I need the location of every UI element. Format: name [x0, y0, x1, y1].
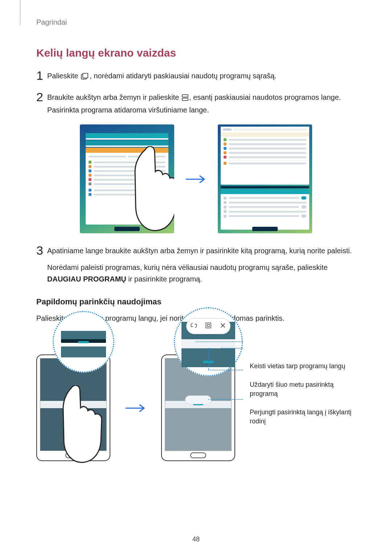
- subsection-title: Papildomų parinkčių naudojimas: [36, 297, 356, 307]
- step-number: 2: [36, 91, 47, 103]
- options-popup: [186, 318, 230, 334]
- home-button-icon: [190, 452, 206, 458]
- figure-extra-options: Keisti vietas tarp programų langų Uždary…: [36, 333, 356, 461]
- step-number: 1: [36, 69, 47, 82]
- close-icon: [219, 322, 226, 331]
- figure-split-view: [36, 124, 356, 233]
- step-body: Palieskite , norėdami atidaryti paskiaus…: [47, 69, 356, 83]
- margin-rule: [20, 0, 20, 25]
- step-2: 2 Braukite aukštyn arba žemyn ir paliesk…: [36, 91, 356, 116]
- step-body: Braukite aukštyn arba žemyn ir palieskit…: [47, 91, 356, 116]
- step-text-after: , norėdami atidaryti paskiausiai naudotų…: [90, 72, 277, 80]
- step3-para2-before: Norėdami paleisti programas, kurių nėra …: [47, 263, 328, 271]
- svg-rect-5: [207, 324, 209, 327]
- callout-swap: Keisti vietas tarp programų langų: [250, 362, 356, 371]
- popup-window-icon: [205, 322, 212, 331]
- callouts: Keisti vietas tarp programų langų Uždary…: [250, 359, 356, 435]
- step-text-before: Braukite aukštyn arba žemyn ir palieskit…: [47, 93, 181, 101]
- arrow-right-icon: [185, 171, 207, 187]
- leader-line: [221, 348, 243, 349]
- step3-para1: Apatiniame lange braukite aukštyn arba ž…: [47, 245, 356, 257]
- zoom-circle-left: [53, 311, 114, 373]
- finger-tap-icon: [58, 385, 105, 465]
- callout-popup: Perjungti pasirinktą langą į iškylantį r…: [250, 408, 356, 426]
- tablet-right-wrap: [161, 333, 235, 461]
- callout-close: Uždaryti šiuo metu pasirinktą programą: [250, 380, 356, 398]
- leader-line: [196, 341, 243, 342]
- step-number: 3: [36, 244, 47, 257]
- leader-line: [208, 399, 243, 400]
- tablet-left-wrap: [36, 333, 110, 461]
- step-body: Apatiniame lange braukite aukštyn arba ž…: [47, 244, 356, 285]
- step3-para2-after: ir pasirinkite programą.: [128, 275, 202, 283]
- leader-line: [208, 370, 243, 370]
- swap-windows-icon: [190, 322, 197, 331]
- step3-para2: Norėdami paleisti programas, kurių nėra …: [47, 262, 356, 285]
- leader-line: [208, 348, 222, 370]
- step-1: 1 Palieskite , norėdami atidaryti paskia…: [36, 69, 356, 83]
- svg-rect-1: [83, 73, 88, 78]
- screenshot-split-result: [218, 124, 312, 233]
- step-text-before: Palieskite: [47, 72, 80, 80]
- more-apps-label: DAUGIAU PROGRAMŲ: [47, 275, 126, 283]
- screenshot-recent-apps: [80, 124, 174, 233]
- svg-rect-2: [182, 95, 188, 97]
- svg-rect-3: [182, 98, 188, 101]
- breadcrumb: Pagrindai: [36, 18, 356, 26]
- finger-tap-icon: [131, 146, 174, 233]
- step-3: 3 Apatiniame lange braukite aukštyn arba…: [36, 244, 356, 285]
- arrow-right-icon: [125, 378, 147, 416]
- svg-rect-4: [206, 323, 211, 328]
- page-number: 48: [0, 535, 392, 543]
- close-all-pill: [252, 227, 278, 231]
- section-title: Kelių langų ekrano vaizdas: [36, 47, 356, 59]
- recent-apps-icon: [81, 71, 89, 83]
- split-view-icon: [182, 93, 188, 104]
